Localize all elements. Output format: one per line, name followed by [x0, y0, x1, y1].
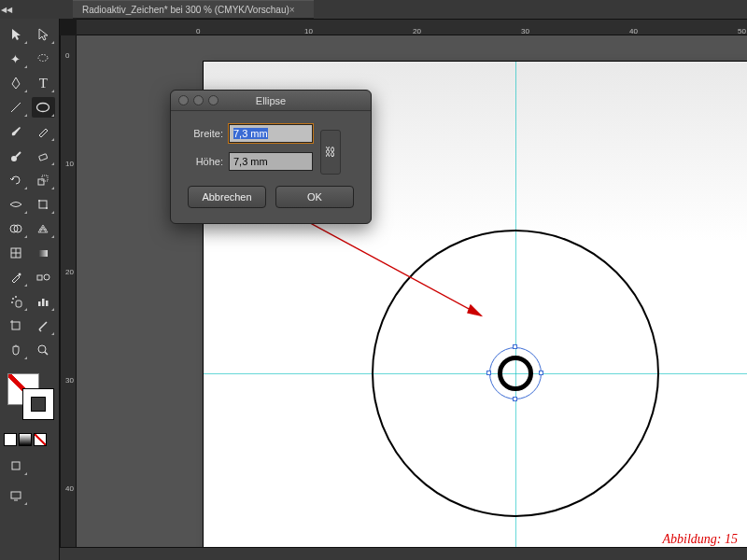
ruler-tick: 0 — [196, 27, 200, 35]
ellipse-dialog: Ellipse Breite: Höhe: ⛓ Abbrechen OK — [170, 90, 372, 224]
window-zoom-icon[interactable] — [208, 95, 218, 105]
figure-caption: Abbildung: 15 — [663, 532, 739, 547]
window-close-icon[interactable] — [178, 95, 189, 105]
eraser-tool[interactable] — [32, 146, 56, 166]
svg-rect-6 — [39, 154, 48, 161]
ruler-tick: 20 — [413, 27, 421, 35]
svg-rect-25 — [38, 301, 41, 306]
line-segment-tool[interactable] — [4, 97, 28, 118]
magic-wand-tool[interactable]: ✦ — [4, 49, 28, 69]
scale-tool[interactable] — [32, 170, 56, 190]
svg-point-2 — [38, 55, 48, 62]
svg-rect-19 — [37, 275, 42, 280]
type-tool[interactable]: T — [32, 73, 56, 93]
svg-rect-21 — [16, 301, 21, 307]
svg-rect-8 — [42, 175, 48, 181]
svg-point-22 — [12, 298, 14, 300]
svg-point-4 — [37, 104, 49, 112]
ruler-tick: 50 — [738, 27, 746, 35]
none-swatch[interactable] — [34, 433, 47, 446]
screen-mode[interactable] — [4, 485, 28, 506]
ruler-vertical[interactable]: 010203040 — [60, 35, 77, 547]
ruler-tick: 20 — [65, 268, 74, 276]
dialog-title: Ellipse — [256, 95, 286, 106]
fill-stroke-swatch[interactable] — [4, 373, 55, 429]
svg-rect-9 — [39, 201, 47, 208]
blend-tool[interactable] — [32, 267, 56, 287]
paintbrush-tool[interactable] — [4, 121, 28, 142]
ruler-tick: 30 — [65, 376, 74, 385]
anchor-right[interactable] — [539, 371, 543, 375]
hand-tool[interactable] — [4, 340, 28, 360]
color-mode-row — [4, 433, 55, 446]
free-transform-tool[interactable] — [32, 194, 56, 215]
svg-point-24 — [11, 301, 13, 303]
ellipse-tool[interactable] — [32, 97, 56, 118]
svg-marker-1 — [468, 305, 481, 315]
selected-ellipse[interactable] — [489, 347, 542, 399]
svg-rect-26 — [42, 299, 45, 306]
rotate-tool[interactable] — [4, 170, 28, 190]
svg-rect-28 — [12, 322, 20, 329]
direct-selection-tool[interactable] — [32, 24, 56, 45]
ruler-tick: 40 — [65, 484, 74, 493]
artboard-tool[interactable] — [4, 315, 28, 336]
ok-button[interactable]: OK — [275, 186, 354, 208]
close-tab-icon[interactable]: × — [289, 5, 295, 15]
ruler-tick: 40 — [629, 27, 638, 35]
slice-tool[interactable] — [32, 315, 56, 336]
eyedropper-tool[interactable] — [4, 267, 28, 287]
svg-point-10 — [38, 200, 40, 202]
dialog-titlebar[interactable]: Ellipse — [171, 91, 371, 111]
svg-rect-34 — [11, 492, 21, 498]
svg-rect-17 — [38, 250, 48, 257]
app-topbar: ◀◀ Radioaktiv_Zeichen* bei 300 % (CMYK/V… — [0, 0, 747, 19]
stroke-swatch[interactable] — [22, 388, 54, 420]
document-tab[interactable]: Radioaktiv_Zeichen* bei 300 % (CMYK/Vors… — [73, 0, 314, 19]
pen-tool[interactable] — [4, 73, 28, 93]
ruler-tick: 0 — [65, 51, 69, 60]
ruler-tick: 10 — [65, 160, 74, 168]
width-label: Breite: — [182, 128, 223, 139]
mesh-tool[interactable] — [4, 243, 28, 263]
shape-builder-tool[interactable] — [4, 218, 28, 239]
height-input[interactable] — [229, 152, 313, 171]
tools-panel: ✦ T — [0, 19, 60, 560]
window-controls — [178, 95, 218, 105]
collapse-panels-icon[interactable]: ◀◀ — [0, 6, 13, 14]
svg-point-18 — [18, 273, 21, 276]
window-min-icon[interactable] — [193, 95, 204, 105]
ruler-horizontal[interactable]: 0102030405060 — [77, 19, 747, 35]
zoom-tool[interactable] — [32, 340, 56, 360]
selection-tool[interactable] — [4, 24, 28, 45]
pencil-tool[interactable] — [32, 121, 56, 142]
column-graph-tool[interactable] — [32, 291, 56, 312]
lasso-tool[interactable] — [32, 49, 56, 69]
cancel-button[interactable]: Abbrechen — [188, 186, 266, 208]
blob-brush-tool[interactable] — [4, 146, 28, 166]
svg-line-3 — [11, 103, 21, 112]
width-input[interactable] — [229, 124, 313, 143]
gradient-tool[interactable] — [32, 243, 56, 263]
perspective-grid-tool[interactable] — [32, 218, 56, 239]
svg-point-23 — [15, 296, 17, 298]
width-tool[interactable] — [4, 194, 28, 215]
constrain-proportions-icon[interactable]: ⛓ — [320, 130, 341, 175]
ruler-tick: 10 — [304, 27, 313, 35]
svg-rect-33 — [12, 462, 20, 469]
svg-line-32 — [45, 352, 48, 355]
svg-point-31 — [38, 345, 46, 353]
svg-point-20 — [44, 274, 49, 280]
anchor-left[interactable] — [486, 371, 491, 375]
color-swatch[interactable] — [4, 433, 17, 446]
svg-rect-7 — [38, 179, 44, 185]
draw-mode[interactable] — [4, 455, 28, 476]
svg-rect-27 — [46, 301, 49, 306]
anchor-bottom[interactable] — [513, 397, 517, 401]
gradient-swatch[interactable] — [19, 433, 32, 446]
svg-point-11 — [46, 207, 48, 209]
document-tab-title: Radioaktiv_Zeichen* bei 300 % (CMYK/Vors… — [82, 5, 289, 15]
status-bar — [60, 547, 747, 560]
height-label: Höhe: — [182, 156, 223, 167]
symbol-sprayer-tool[interactable] — [4, 291, 28, 312]
